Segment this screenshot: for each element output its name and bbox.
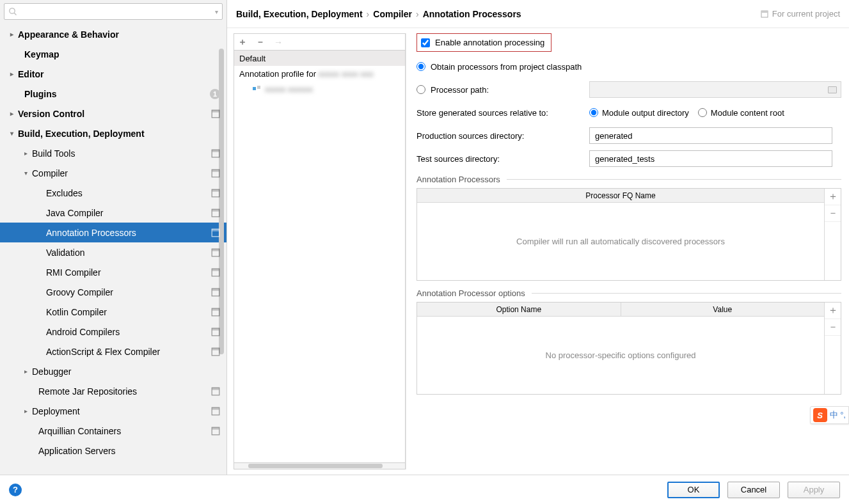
sidebar-item-rmi-compiler[interactable]: RMI Compiler <box>0 262 226 282</box>
sidebar-item-label: Build Tools <box>32 148 207 159</box>
sidebar-item-deployment[interactable]: ▸Deployment <box>0 401 226 421</box>
sidebar-item-version-control[interactable]: ▸Version Control <box>0 104 226 123</box>
chevron-right-icon: ▸ <box>5 70 18 77</box>
enable-annotation-processing-checkbox[interactable]: Enable annotation processing <box>417 33 551 52</box>
sidebar-item-annotation-processors[interactable]: Annotation Processors <box>0 223 226 242</box>
profile-panel: ＋ － → Default Annotation profile for xxx… <box>234 33 406 469</box>
project-scope-icon <box>211 268 220 277</box>
add-option-button[interactable]: ＋ <box>825 303 841 319</box>
sidebar-item-label: Application Servers <box>38 446 220 456</box>
sidebar-item-label: Groovy Compiler <box>46 287 207 297</box>
breadcrumb-sep-icon: › <box>416 9 419 19</box>
sidebar-item-label: Annotation Processors <box>46 228 207 238</box>
production-dir-label: Production sources directory: <box>417 131 589 141</box>
sidebar-item-label: Kotlin Compiler <box>46 307 207 317</box>
add-processor-button[interactable]: ＋ <box>825 189 841 205</box>
sidebar-item-label: Editor <box>18 69 220 79</box>
profile-module[interactable]: xxxxx xxxxxx <box>234 81 405 97</box>
processor-path-radio[interactable]: Processor path: <box>417 85 589 95</box>
ok-button[interactable]: OK <box>667 482 720 498</box>
sidebar-item-keymap[interactable]: Keymap <box>0 44 226 64</box>
options-col-name: Option Name <box>417 303 621 316</box>
test-dir-input[interactable] <box>589 150 832 167</box>
sidebar-search[interactable]: ▾ <box>4 3 223 20</box>
sidebar-item-label: Debugger <box>32 366 220 377</box>
project-scope-icon <box>211 407 220 416</box>
production-dir-input[interactable] <box>589 127 832 144</box>
settings-tree[interactable]: ▸Appearance & BehaviorKeymap▸EditorPlugi… <box>0 23 226 475</box>
options-table-empty: No processor-specific options configured <box>417 317 824 394</box>
help-button[interactable]: ? <box>9 484 22 496</box>
ime-lang-label: 中 °, <box>830 409 846 421</box>
sidebar-item-plugins[interactable]: Plugins1 <box>0 84 226 104</box>
sidebar-item-validation[interactable]: Validation <box>0 242 226 262</box>
sidebar-item-remote-jar-repositories[interactable]: Remote Jar Repositories <box>0 381 226 401</box>
svg-rect-3 <box>212 110 219 113</box>
settings-content: Build, Execution, Deployment › Compiler … <box>227 0 849 475</box>
sidebar-item-label: Java Compiler <box>46 208 207 218</box>
sidebar-item-appearance-behavior[interactable]: ▸Appearance & Behavior <box>0 24 226 44</box>
for-current-project-label: For current project <box>761 9 840 19</box>
profile-list[interactable]: Default Annotation profile for xxxxx xxx… <box>234 50 406 463</box>
breadcrumb-b: Compiler <box>373 9 412 19</box>
project-scope-icon <box>211 288 220 297</box>
sidebar-item-kotlin-compiler[interactable]: Kotlin Compiler <box>0 302 226 322</box>
chevron-down-icon: ▾ <box>5 130 18 137</box>
sidebar-item-editor[interactable]: ▸Editor <box>0 64 226 84</box>
sidebar-item-label: Remote Jar Repositories <box>38 386 207 397</box>
svg-rect-25 <box>212 348 219 350</box>
cancel-button[interactable]: Cancel <box>727 482 780 498</box>
obtain-from-classpath-radio[interactable]: Obtain processors from project classpath <box>417 62 582 72</box>
chevron-right-icon: ▸ <box>19 407 32 414</box>
sidebar-item-build-execution-deployment[interactable]: ▾Build, Execution, Deployment <box>0 123 226 143</box>
remove-option-button[interactable]: － <box>825 319 841 336</box>
sidebar-item-application-servers[interactable]: Application Servers <box>0 441 226 461</box>
sidebar-item-excludes[interactable]: Excludes <box>0 183 226 203</box>
add-profile-button[interactable]: ＋ <box>238 38 247 47</box>
sidebar-item-label: Keymap <box>24 49 220 59</box>
dropdown-icon[interactable]: ▾ <box>215 8 218 15</box>
svg-rect-23 <box>212 328 219 331</box>
svg-rect-7 <box>212 169 219 172</box>
svg-rect-33 <box>761 11 768 13</box>
module-output-dir-radio[interactable]: Module output directory <box>589 108 689 118</box>
breadcrumb: Build, Execution, Deployment › Compiler … <box>236 9 761 19</box>
dialog-footer: ? OK Cancel Apply <box>0 475 849 504</box>
svg-rect-17 <box>212 269 219 271</box>
chevron-right-icon: ▸ <box>5 31 18 38</box>
enable-checkbox-input[interactable] <box>421 38 430 47</box>
apply-button: Apply <box>788 482 840 498</box>
search-icon <box>8 7 17 16</box>
project-scope-icon <box>211 149 220 158</box>
sidebar-item-actionscript-flex-compiler[interactable]: ActionScript & Flex Compiler <box>0 342 226 361</box>
processors-section-title: Annotation Processors <box>417 175 841 184</box>
sidebar-search-input[interactable] <box>17 7 215 17</box>
remove-processor-button[interactable]: － <box>825 205 841 222</box>
sidebar-item-debugger[interactable]: ▸Debugger <box>0 361 226 381</box>
project-scope-icon <box>211 109 220 118</box>
svg-rect-15 <box>212 249 219 251</box>
sidebar-item-groovy-compiler[interactable]: Groovy Compiler <box>0 282 226 302</box>
breadcrumb-sep-icon: › <box>367 9 370 19</box>
svg-rect-35 <box>257 86 260 89</box>
settings-form: Enable annotation processing Obtain proc… <box>406 28 849 475</box>
move-profile-button: → <box>274 38 283 47</box>
sidebar-item-arquillian-containers[interactable]: Arquillian Containers <box>0 421 226 441</box>
sidebar-item-compiler[interactable]: ▾Compiler <box>0 163 226 183</box>
ime-logo-icon: S <box>813 408 827 422</box>
ime-indicator[interactable]: S 中 °, <box>810 406 849 424</box>
chevron-down-icon: ▾ <box>19 169 32 177</box>
project-scope-icon <box>211 427 220 436</box>
sidebar-item-label: Compiler <box>32 168 207 178</box>
options-table: Option Name Value No processor-specific … <box>417 302 841 395</box>
profile-h-scrollbar[interactable] <box>234 463 406 469</box>
remove-profile-button[interactable]: － <box>256 38 265 47</box>
sidebar-item-build-tools[interactable]: ▸Build Tools <box>0 143 226 163</box>
profile-default[interactable]: Default <box>234 51 405 66</box>
sidebar-item-android-compilers[interactable]: Android Compilers <box>0 322 226 342</box>
project-scope-icon <box>211 387 220 396</box>
profile-item[interactable]: Annotation profile for xxxxx xxxx xxo <box>234 66 405 81</box>
module-content-root-radio[interactable]: Module content root <box>698 108 784 118</box>
processors-table: Processor FQ Name Compiler will run all … <box>417 188 841 281</box>
sidebar-item-java-compiler[interactable]: Java Compiler <box>0 203 226 223</box>
